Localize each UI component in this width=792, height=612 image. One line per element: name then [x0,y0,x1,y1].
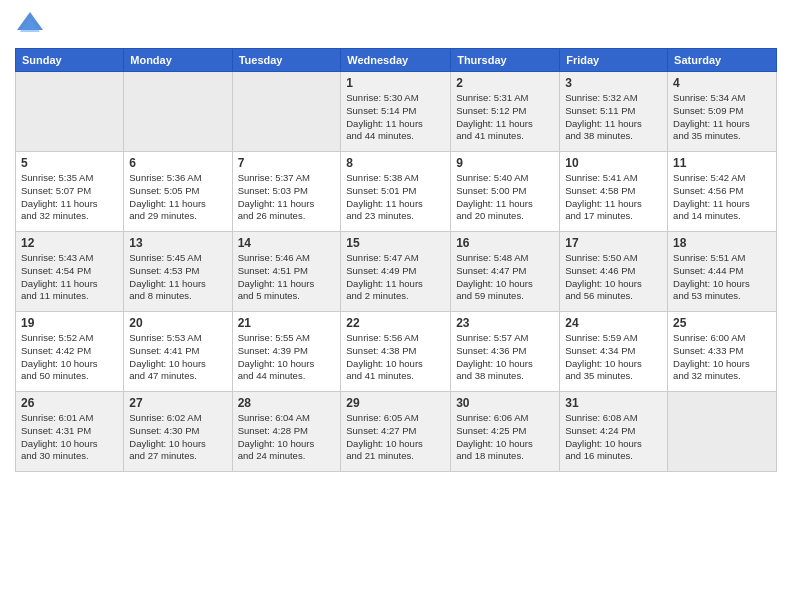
calendar-cell: 25Sunrise: 6:00 AM Sunset: 4:33 PM Dayli… [668,312,777,392]
day-number: 18 [673,236,771,250]
day-number: 1 [346,76,445,90]
calendar-cell: 9Sunrise: 5:40 AM Sunset: 5:00 PM Daylig… [451,152,560,232]
day-number: 29 [346,396,445,410]
calendar-cell: 13Sunrise: 5:45 AM Sunset: 4:53 PM Dayli… [124,232,232,312]
day-info: Sunrise: 5:51 AM Sunset: 4:44 PM Dayligh… [673,252,771,303]
day-number: 31 [565,396,662,410]
calendar-cell: 8Sunrise: 5:38 AM Sunset: 5:01 PM Daylig… [341,152,451,232]
day-info: Sunrise: 6:06 AM Sunset: 4:25 PM Dayligh… [456,412,554,463]
calendar-week-row: 1Sunrise: 5:30 AM Sunset: 5:14 PM Daylig… [16,72,777,152]
calendar-cell: 26Sunrise: 6:01 AM Sunset: 4:31 PM Dayli… [16,392,124,472]
day-info: Sunrise: 5:59 AM Sunset: 4:34 PM Dayligh… [565,332,662,383]
calendar-cell: 5Sunrise: 5:35 AM Sunset: 5:07 PM Daylig… [16,152,124,232]
calendar-cell [16,72,124,152]
day-number: 26 [21,396,118,410]
day-info: Sunrise: 5:50 AM Sunset: 4:46 PM Dayligh… [565,252,662,303]
day-number: 2 [456,76,554,90]
calendar-header-row: SundayMondayTuesdayWednesdayThursdayFrid… [16,49,777,72]
calendar-cell: 3Sunrise: 5:32 AM Sunset: 5:11 PM Daylig… [560,72,668,152]
calendar-week-row: 12Sunrise: 5:43 AM Sunset: 4:54 PM Dayli… [16,232,777,312]
calendar-cell: 18Sunrise: 5:51 AM Sunset: 4:44 PM Dayli… [668,232,777,312]
day-info: Sunrise: 5:55 AM Sunset: 4:39 PM Dayligh… [238,332,336,383]
day-number: 22 [346,316,445,330]
day-number: 17 [565,236,662,250]
day-number: 19 [21,316,118,330]
day-number: 25 [673,316,771,330]
day-number: 7 [238,156,336,170]
calendar-cell: 21Sunrise: 5:55 AM Sunset: 4:39 PM Dayli… [232,312,341,392]
day-info: Sunrise: 5:48 AM Sunset: 4:47 PM Dayligh… [456,252,554,303]
logo-icon [15,10,45,40]
calendar-cell [232,72,341,152]
day-number: 21 [238,316,336,330]
day-info: Sunrise: 6:05 AM Sunset: 4:27 PM Dayligh… [346,412,445,463]
day-info: Sunrise: 5:42 AM Sunset: 4:56 PM Dayligh… [673,172,771,223]
day-info: Sunrise: 5:38 AM Sunset: 5:01 PM Dayligh… [346,172,445,223]
header [15,10,777,40]
calendar-week-row: 26Sunrise: 6:01 AM Sunset: 4:31 PM Dayli… [16,392,777,472]
day-info: Sunrise: 5:46 AM Sunset: 4:51 PM Dayligh… [238,252,336,303]
day-info: Sunrise: 6:02 AM Sunset: 4:30 PM Dayligh… [129,412,226,463]
calendar-cell: 30Sunrise: 6:06 AM Sunset: 4:25 PM Dayli… [451,392,560,472]
weekday-header-friday: Friday [560,49,668,72]
calendar-cell: 19Sunrise: 5:52 AM Sunset: 4:42 PM Dayli… [16,312,124,392]
day-number: 4 [673,76,771,90]
day-number: 6 [129,156,226,170]
day-info: Sunrise: 5:47 AM Sunset: 4:49 PM Dayligh… [346,252,445,303]
calendar-cell: 17Sunrise: 5:50 AM Sunset: 4:46 PM Dayli… [560,232,668,312]
day-info: Sunrise: 5:31 AM Sunset: 5:12 PM Dayligh… [456,92,554,143]
day-info: Sunrise: 5:32 AM Sunset: 5:11 PM Dayligh… [565,92,662,143]
day-number: 30 [456,396,554,410]
day-info: Sunrise: 5:37 AM Sunset: 5:03 PM Dayligh… [238,172,336,223]
day-number: 20 [129,316,226,330]
day-info: Sunrise: 5:34 AM Sunset: 5:09 PM Dayligh… [673,92,771,143]
day-number: 8 [346,156,445,170]
calendar-cell: 2Sunrise: 5:31 AM Sunset: 5:12 PM Daylig… [451,72,560,152]
day-info: Sunrise: 5:35 AM Sunset: 5:07 PM Dayligh… [21,172,118,223]
weekday-header-sunday: Sunday [16,49,124,72]
calendar-cell: 14Sunrise: 5:46 AM Sunset: 4:51 PM Dayli… [232,232,341,312]
calendar-cell: 23Sunrise: 5:57 AM Sunset: 4:36 PM Dayli… [451,312,560,392]
calendar-cell: 24Sunrise: 5:59 AM Sunset: 4:34 PM Dayli… [560,312,668,392]
day-number: 5 [21,156,118,170]
calendar-cell: 28Sunrise: 6:04 AM Sunset: 4:28 PM Dayli… [232,392,341,472]
calendar-cell: 10Sunrise: 5:41 AM Sunset: 4:58 PM Dayli… [560,152,668,232]
calendar-cell: 20Sunrise: 5:53 AM Sunset: 4:41 PM Dayli… [124,312,232,392]
calendar-cell [668,392,777,472]
day-info: Sunrise: 5:56 AM Sunset: 4:38 PM Dayligh… [346,332,445,383]
weekday-header-thursday: Thursday [451,49,560,72]
day-number: 12 [21,236,118,250]
day-number: 13 [129,236,226,250]
day-info: Sunrise: 6:01 AM Sunset: 4:31 PM Dayligh… [21,412,118,463]
calendar-cell: 22Sunrise: 5:56 AM Sunset: 4:38 PM Dayli… [341,312,451,392]
day-info: Sunrise: 6:00 AM Sunset: 4:33 PM Dayligh… [673,332,771,383]
calendar-cell: 4Sunrise: 5:34 AM Sunset: 5:09 PM Daylig… [668,72,777,152]
day-number: 24 [565,316,662,330]
calendar-table: SundayMondayTuesdayWednesdayThursdayFrid… [15,48,777,472]
calendar-cell: 1Sunrise: 5:30 AM Sunset: 5:14 PM Daylig… [341,72,451,152]
day-info: Sunrise: 6:08 AM Sunset: 4:24 PM Dayligh… [565,412,662,463]
calendar-cell: 27Sunrise: 6:02 AM Sunset: 4:30 PM Dayli… [124,392,232,472]
day-info: Sunrise: 5:40 AM Sunset: 5:00 PM Dayligh… [456,172,554,223]
weekday-header-saturday: Saturday [668,49,777,72]
day-number: 16 [456,236,554,250]
day-info: Sunrise: 5:41 AM Sunset: 4:58 PM Dayligh… [565,172,662,223]
day-info: Sunrise: 5:52 AM Sunset: 4:42 PM Dayligh… [21,332,118,383]
day-number: 11 [673,156,771,170]
calendar-week-row: 5Sunrise: 5:35 AM Sunset: 5:07 PM Daylig… [16,152,777,232]
calendar-cell [124,72,232,152]
day-number: 15 [346,236,445,250]
calendar-cell: 11Sunrise: 5:42 AM Sunset: 4:56 PM Dayli… [668,152,777,232]
calendar-cell: 15Sunrise: 5:47 AM Sunset: 4:49 PM Dayli… [341,232,451,312]
day-info: Sunrise: 5:53 AM Sunset: 4:41 PM Dayligh… [129,332,226,383]
day-number: 28 [238,396,336,410]
day-number: 23 [456,316,554,330]
calendar-week-row: 19Sunrise: 5:52 AM Sunset: 4:42 PM Dayli… [16,312,777,392]
day-number: 14 [238,236,336,250]
calendar-cell: 6Sunrise: 5:36 AM Sunset: 5:05 PM Daylig… [124,152,232,232]
day-info: Sunrise: 5:57 AM Sunset: 4:36 PM Dayligh… [456,332,554,383]
day-number: 3 [565,76,662,90]
day-info: Sunrise: 5:30 AM Sunset: 5:14 PM Dayligh… [346,92,445,143]
day-number: 9 [456,156,554,170]
weekday-header-monday: Monday [124,49,232,72]
